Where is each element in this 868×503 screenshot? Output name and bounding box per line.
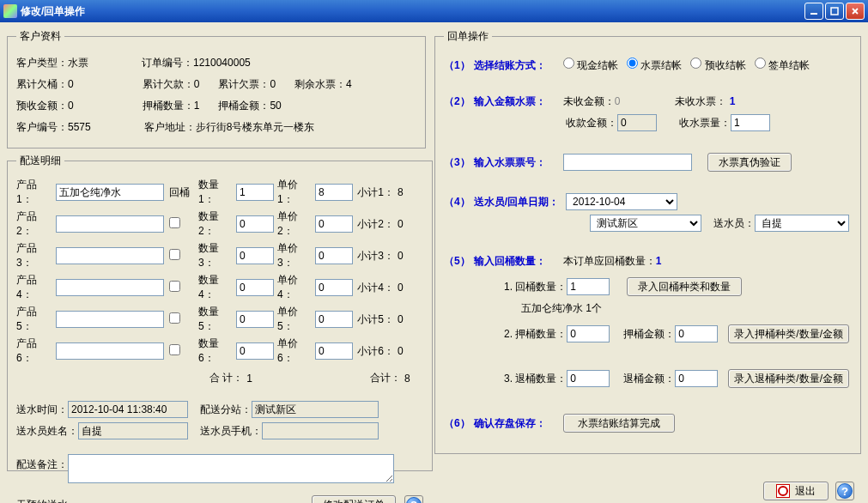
product-label: 产品4： [16, 273, 52, 302]
return-station-select[interactable]: 测试新区 [590, 215, 701, 232]
footer-help-button[interactable]: ? [835, 482, 854, 500]
verify-ticket-button[interactable]: 水票真伪验证 [707, 153, 792, 172]
subtotal-value: 0 [398, 313, 423, 325]
recv-amt-label: 收款金额： [566, 116, 617, 130]
return-bucket-checkbox[interactable] [169, 249, 180, 260]
cust-type-label: 客户类型： [16, 56, 68, 70]
step3-no: （3） [444, 155, 470, 170]
courier-phone-field[interactable] [262, 422, 379, 439]
refund-qty-field[interactable] [567, 370, 610, 387]
recv-amt-field[interactable] [617, 114, 657, 131]
refund-amt-field[interactable] [675, 370, 718, 387]
courier-select[interactable]: 自提 [755, 215, 849, 232]
pay-option[interactable]: 签单结帐 [755, 59, 810, 71]
maximize-button[interactable] [825, 3, 844, 20]
price-field[interactable] [315, 215, 353, 233]
product-name-field[interactable] [56, 247, 164, 264]
price-field[interactable] [315, 247, 353, 264]
owe-money-label: 累计欠款： [143, 77, 194, 92]
step2-label: 输入金额水票： [474, 94, 546, 109]
price-label: 单价5： [277, 305, 312, 334]
return-date-select[interactable]: 2012-10-04 [566, 193, 677, 210]
subtotal-value: 0 [398, 250, 423, 262]
unpaid-amt-label: 未收金额： [563, 94, 615, 109]
return-bucket-checkbox[interactable] [169, 312, 180, 324]
product-name-field[interactable] [56, 279, 164, 296]
remark-field[interactable] [68, 454, 394, 483]
pay-option[interactable]: 现金结帐 [563, 59, 618, 71]
pay-radio[interactable] [627, 58, 638, 69]
deposit-qty-field[interactable] [567, 325, 610, 342]
qty-field[interactable] [236, 215, 274, 233]
qty-field[interactable] [236, 311, 274, 328]
qty-field[interactable] [236, 279, 274, 296]
confirm-save-button[interactable]: 水票结账结算完成 [563, 414, 675, 433]
qty-field[interactable] [236, 342, 274, 360]
help-button[interactable]: ? [404, 495, 423, 503]
qty-label: 数量5： [198, 305, 233, 334]
window-buttons [804, 3, 865, 20]
step5-no: （5） [444, 254, 470, 269]
refund-type-button[interactable]: 录入退桶种类/数量/金额 [728, 369, 849, 388]
return-bucket-checkbox[interactable] [169, 344, 180, 355]
pay-option[interactable]: 水票结帐 [627, 59, 682, 71]
return-bucket-checkbox[interactable] [169, 281, 180, 292]
prepay-label: 预收金额： [16, 99, 68, 113]
price-field[interactable] [315, 184, 353, 201]
price-label: 单价1： [277, 178, 312, 207]
product-name-field[interactable] [56, 215, 164, 233]
cust-addr-label: 客户地址： [144, 120, 196, 135]
pay-radio[interactable] [690, 58, 701, 69]
deposit-amt-label: 押桶金额： [623, 327, 675, 342]
price-field[interactable] [315, 311, 353, 328]
product-label: 产品6： [16, 336, 52, 366]
cust-no-label: 客户编号： [16, 120, 68, 135]
price-field[interactable] [315, 279, 353, 296]
product-name-field[interactable] [56, 342, 164, 360]
delivery-group: 配送明细 产品1： 回桶 数量1： 单价1： 小计1： 8 产品2： 数量2： … [7, 154, 433, 471]
product-name-field[interactable] [56, 311, 164, 328]
product-label: 产品5： [16, 305, 52, 334]
courier-name-field[interactable] [78, 422, 188, 439]
owe-bucket-label: 累计欠桶： [16, 77, 68, 92]
price-field[interactable] [315, 342, 353, 360]
recv-ticket-field[interactable] [731, 114, 770, 131]
subtotal-label: 小计5： [356, 312, 394, 327]
pay-radio[interactable] [755, 58, 766, 69]
step6-label: 确认存盘保存： [474, 416, 546, 431]
qty-field[interactable] [236, 247, 274, 264]
totals-row: 合 计： 1 合计： 8 [16, 371, 423, 385]
return-bucket-label: 回桶 [169, 185, 195, 200]
cust-type-value: 水票 [68, 56, 88, 70]
return-type-button[interactable]: 录入回桶种类和数量 [627, 277, 742, 296]
pay-option[interactable]: 预收结帐 [690, 59, 745, 71]
price-label: 单价4： [277, 273, 312, 302]
step3-label: 输入水票票号： [474, 155, 546, 170]
subtotal-value: 0 [398, 345, 423, 357]
step6-no: （6） [444, 416, 470, 431]
qty-field[interactable] [236, 184, 274, 201]
station-field[interactable] [252, 401, 379, 418]
subtotal-value: 0 [398, 218, 423, 230]
pay-radio[interactable] [563, 58, 574, 69]
close-button[interactable] [846, 3, 865, 20]
subtotal-label: 小计4： [356, 281, 394, 295]
exit-button[interactable]: 退出 [763, 482, 829, 500]
delivery-time-field[interactable] [68, 401, 188, 418]
customer-group: 客户资料 客户类型： 水票 订单编号： 1210040005 累计欠桶： 0 累… [7, 29, 426, 148]
deposit-type-button[interactable]: 录入押桶种类/数量/金额 [728, 324, 849, 343]
minimize-button[interactable] [804, 3, 823, 20]
help-icon: ? [837, 483, 853, 499]
deposit-amt-field[interactable] [675, 325, 718, 342]
return-bucket-checkbox[interactable] [169, 217, 180, 228]
totals-amt-label: 合计： [370, 371, 401, 385]
modify-order-button[interactable]: 修改配送订单 [312, 495, 396, 503]
return-qty-field[interactable] [567, 278, 610, 295]
ticket-no-field[interactable] [563, 154, 692, 171]
subtotal-value: 0 [398, 282, 423, 294]
remain-ticket-value: 4 [346, 78, 352, 90]
owe-money-value: 0 [194, 78, 200, 90]
courier-name-label: 送水员姓名： [16, 424, 78, 439]
cust-no-value: 5575 [68, 121, 91, 133]
product-name-field[interactable] [56, 184, 164, 201]
